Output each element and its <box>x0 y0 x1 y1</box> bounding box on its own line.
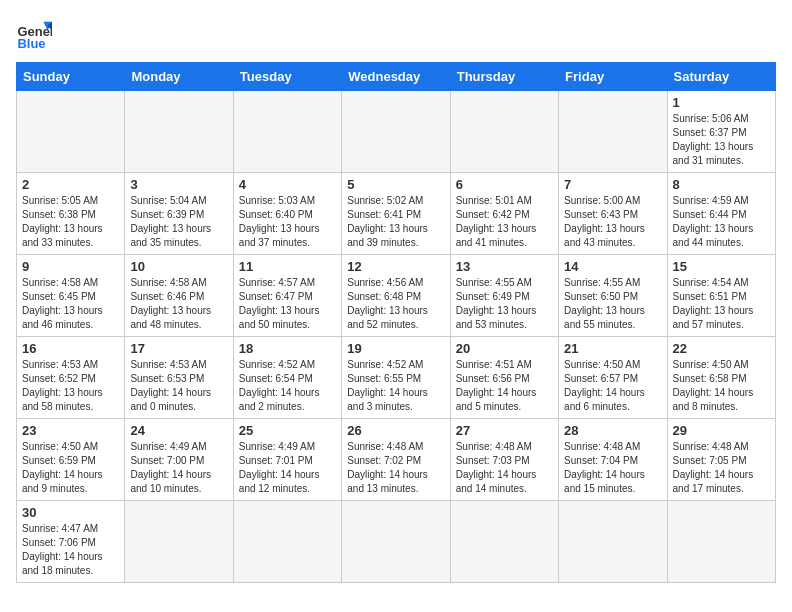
day-info: Sunrise: 4:48 AM Sunset: 7:02 PM Dayligh… <box>347 440 444 496</box>
day-header-thursday: Thursday <box>450 63 558 91</box>
day-header-sunday: Sunday <box>17 63 125 91</box>
svg-text:Blue: Blue <box>17 36 45 51</box>
day-cell <box>450 91 558 173</box>
week-row-5: 30Sunrise: 4:47 AM Sunset: 7:06 PM Dayli… <box>17 501 776 583</box>
day-number: 16 <box>22 341 119 356</box>
day-cell: 19Sunrise: 4:52 AM Sunset: 6:55 PM Dayli… <box>342 337 450 419</box>
day-cell <box>342 91 450 173</box>
day-cell: 23Sunrise: 4:50 AM Sunset: 6:59 PM Dayli… <box>17 419 125 501</box>
day-info: Sunrise: 4:56 AM Sunset: 6:48 PM Dayligh… <box>347 276 444 332</box>
day-number: 25 <box>239 423 336 438</box>
day-cell <box>17 91 125 173</box>
page-header: General Blue <box>16 16 776 52</box>
day-number: 19 <box>347 341 444 356</box>
day-number: 13 <box>456 259 553 274</box>
day-cell: 4Sunrise: 5:03 AM Sunset: 6:40 PM Daylig… <box>233 173 341 255</box>
day-number: 11 <box>239 259 336 274</box>
day-cell <box>450 501 558 583</box>
day-header-tuesday: Tuesday <box>233 63 341 91</box>
day-cell: 15Sunrise: 4:54 AM Sunset: 6:51 PM Dayli… <box>667 255 775 337</box>
calendar-body: 1Sunrise: 5:06 AM Sunset: 6:37 PM Daylig… <box>17 91 776 583</box>
day-number: 5 <box>347 177 444 192</box>
day-number: 6 <box>456 177 553 192</box>
day-number: 1 <box>673 95 770 110</box>
day-cell: 6Sunrise: 5:01 AM Sunset: 6:42 PM Daylig… <box>450 173 558 255</box>
day-info: Sunrise: 4:53 AM Sunset: 6:52 PM Dayligh… <box>22 358 119 414</box>
day-cell <box>667 501 775 583</box>
day-info: Sunrise: 5:05 AM Sunset: 6:38 PM Dayligh… <box>22 194 119 250</box>
day-cell <box>559 91 667 173</box>
day-cell <box>125 501 233 583</box>
day-info: Sunrise: 4:58 AM Sunset: 6:46 PM Dayligh… <box>130 276 227 332</box>
calendar-header: SundayMondayTuesdayWednesdayThursdayFrid… <box>17 63 776 91</box>
day-info: Sunrise: 4:52 AM Sunset: 6:55 PM Dayligh… <box>347 358 444 414</box>
day-cell <box>342 501 450 583</box>
header-row: SundayMondayTuesdayWednesdayThursdayFrid… <box>17 63 776 91</box>
day-number: 10 <box>130 259 227 274</box>
week-row-2: 9Sunrise: 4:58 AM Sunset: 6:45 PM Daylig… <box>17 255 776 337</box>
day-cell: 29Sunrise: 4:48 AM Sunset: 7:05 PM Dayli… <box>667 419 775 501</box>
day-number: 17 <box>130 341 227 356</box>
day-info: Sunrise: 4:51 AM Sunset: 6:56 PM Dayligh… <box>456 358 553 414</box>
day-cell: 21Sunrise: 4:50 AM Sunset: 6:57 PM Dayli… <box>559 337 667 419</box>
day-cell: 14Sunrise: 4:55 AM Sunset: 6:50 PM Dayli… <box>559 255 667 337</box>
day-info: Sunrise: 5:01 AM Sunset: 6:42 PM Dayligh… <box>456 194 553 250</box>
day-cell: 7Sunrise: 5:00 AM Sunset: 6:43 PM Daylig… <box>559 173 667 255</box>
day-info: Sunrise: 4:53 AM Sunset: 6:53 PM Dayligh… <box>130 358 227 414</box>
day-info: Sunrise: 4:52 AM Sunset: 6:54 PM Dayligh… <box>239 358 336 414</box>
day-info: Sunrise: 5:00 AM Sunset: 6:43 PM Dayligh… <box>564 194 661 250</box>
day-info: Sunrise: 5:03 AM Sunset: 6:40 PM Dayligh… <box>239 194 336 250</box>
day-header-saturday: Saturday <box>667 63 775 91</box>
day-info: Sunrise: 4:50 AM Sunset: 6:57 PM Dayligh… <box>564 358 661 414</box>
day-cell: 5Sunrise: 5:02 AM Sunset: 6:41 PM Daylig… <box>342 173 450 255</box>
day-cell <box>233 91 341 173</box>
day-number: 21 <box>564 341 661 356</box>
day-info: Sunrise: 5:02 AM Sunset: 6:41 PM Dayligh… <box>347 194 444 250</box>
day-cell <box>125 91 233 173</box>
day-number: 8 <box>673 177 770 192</box>
week-row-0: 1Sunrise: 5:06 AM Sunset: 6:37 PM Daylig… <box>17 91 776 173</box>
week-row-1: 2Sunrise: 5:05 AM Sunset: 6:38 PM Daylig… <box>17 173 776 255</box>
day-number: 4 <box>239 177 336 192</box>
day-number: 30 <box>22 505 119 520</box>
day-cell: 28Sunrise: 4:48 AM Sunset: 7:04 PM Dayli… <box>559 419 667 501</box>
day-cell: 25Sunrise: 4:49 AM Sunset: 7:01 PM Dayli… <box>233 419 341 501</box>
day-info: Sunrise: 4:47 AM Sunset: 7:06 PM Dayligh… <box>22 522 119 578</box>
day-info: Sunrise: 4:54 AM Sunset: 6:51 PM Dayligh… <box>673 276 770 332</box>
day-info: Sunrise: 4:57 AM Sunset: 6:47 PM Dayligh… <box>239 276 336 332</box>
day-cell: 16Sunrise: 4:53 AM Sunset: 6:52 PM Dayli… <box>17 337 125 419</box>
day-header-monday: Monday <box>125 63 233 91</box>
calendar-table: SundayMondayTuesdayWednesdayThursdayFrid… <box>16 62 776 583</box>
day-info: Sunrise: 5:06 AM Sunset: 6:37 PM Dayligh… <box>673 112 770 168</box>
day-cell: 20Sunrise: 4:51 AM Sunset: 6:56 PM Dayli… <box>450 337 558 419</box>
day-header-wednesday: Wednesday <box>342 63 450 91</box>
day-number: 23 <box>22 423 119 438</box>
day-number: 29 <box>673 423 770 438</box>
day-number: 7 <box>564 177 661 192</box>
day-info: Sunrise: 4:50 AM Sunset: 6:59 PM Dayligh… <box>22 440 119 496</box>
day-number: 27 <box>456 423 553 438</box>
day-cell: 8Sunrise: 4:59 AM Sunset: 6:44 PM Daylig… <box>667 173 775 255</box>
day-info: Sunrise: 5:04 AM Sunset: 6:39 PM Dayligh… <box>130 194 227 250</box>
day-info: Sunrise: 4:55 AM Sunset: 6:50 PM Dayligh… <box>564 276 661 332</box>
logo: General Blue <box>16 16 52 52</box>
day-cell: 11Sunrise: 4:57 AM Sunset: 6:47 PM Dayli… <box>233 255 341 337</box>
logo-icon: General Blue <box>16 16 52 52</box>
day-number: 26 <box>347 423 444 438</box>
day-cell <box>233 501 341 583</box>
day-cell: 27Sunrise: 4:48 AM Sunset: 7:03 PM Dayli… <box>450 419 558 501</box>
day-cell: 13Sunrise: 4:55 AM Sunset: 6:49 PM Dayli… <box>450 255 558 337</box>
day-number: 2 <box>22 177 119 192</box>
day-info: Sunrise: 4:48 AM Sunset: 7:05 PM Dayligh… <box>673 440 770 496</box>
day-header-friday: Friday <box>559 63 667 91</box>
week-row-4: 23Sunrise: 4:50 AM Sunset: 6:59 PM Dayli… <box>17 419 776 501</box>
day-cell <box>559 501 667 583</box>
day-cell: 2Sunrise: 5:05 AM Sunset: 6:38 PM Daylig… <box>17 173 125 255</box>
day-info: Sunrise: 4:49 AM Sunset: 7:00 PM Dayligh… <box>130 440 227 496</box>
day-info: Sunrise: 4:49 AM Sunset: 7:01 PM Dayligh… <box>239 440 336 496</box>
day-number: 3 <box>130 177 227 192</box>
day-number: 20 <box>456 341 553 356</box>
day-info: Sunrise: 4:59 AM Sunset: 6:44 PM Dayligh… <box>673 194 770 250</box>
day-number: 18 <box>239 341 336 356</box>
day-number: 24 <box>130 423 227 438</box>
